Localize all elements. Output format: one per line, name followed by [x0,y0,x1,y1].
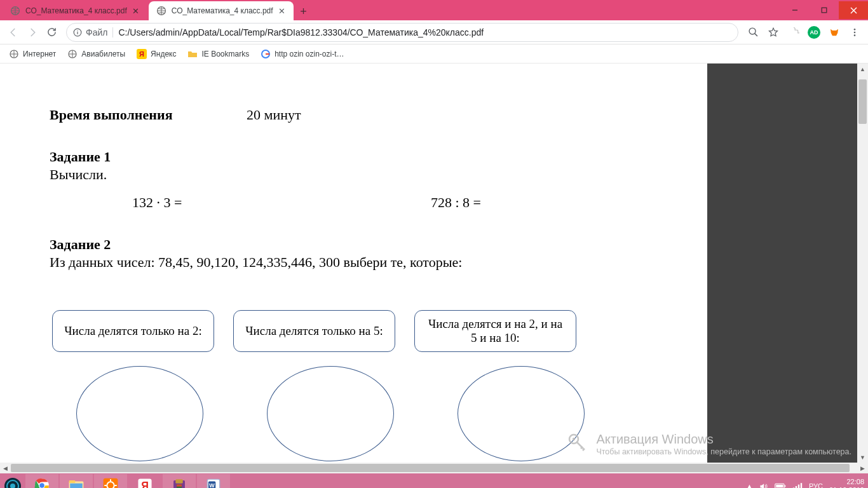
close-icon[interactable]: ✕ [131,6,141,16]
bookmark-yandex[interactable]: Я Яндекс [137,49,176,59]
bookmark-label: Яндекс [151,50,176,58]
svg-point-8 [77,30,78,30]
bookmark-star-icon[interactable] [764,23,783,42]
bookmark-ie[interactable]: IE Bookmarks [187,49,249,59]
svg-text:Я: Я [141,480,149,488]
expression-b: 728 : 8 = [431,194,481,211]
back-button[interactable] [4,23,23,42]
omnibox-divider [112,27,113,37]
system-tray: ▲ РУС 22:08 01.10.2019 [747,478,868,488]
svg-rect-47 [776,485,783,488]
scroll-left-arrow-icon[interactable]: ◀ [0,463,11,473]
extension-icon[interactable] [784,23,803,42]
clock[interactable]: 22:08 01.10.2019 [829,478,864,488]
globe-icon [9,49,19,59]
file-chip-label: Файл [86,27,107,37]
svg-text:Я: Я [139,50,144,58]
task-settings[interactable] [94,474,127,488]
scroll-down-arrow-icon[interactable]: ▼ [857,452,868,463]
globe-icon [67,49,78,59]
google-icon [261,49,271,59]
h-scroll-thumb[interactable] [11,464,850,472]
scroll-right-arrow-icon[interactable]: ▶ [857,463,868,473]
task2-text: Из данных чисел: 78,45, 90,120, 124,335,… [50,254,635,271]
task1-text: Вычисли. [50,166,635,183]
pdf-sidebar-dark: ▲ ▼ [707,64,868,463]
address-text: C:/Users/admin/AppData/Local/Temp/Rar$DI… [118,27,731,37]
task-word[interactable]: W [197,474,230,488]
svg-rect-39 [175,479,182,484]
minimize-button[interactable] [780,1,810,19]
svg-rect-50 [798,485,799,488]
bookmark-ozin[interactable]: http ozin ozin-ozi-t… [261,49,344,59]
time-value: 20 минут [247,107,301,123]
tab-title: СО_Математика_4 класс.pdf [172,6,273,15]
zoom-icon[interactable] [743,23,763,42]
box-div2: Числа делятся только на 2: [52,310,214,352]
tray-overflow-icon[interactable]: ▲ [747,483,752,488]
forward-button[interactable] [23,23,42,42]
battery-icon[interactable] [775,482,786,488]
oval-3 [458,366,585,461]
bookmark-flights[interactable]: Авиабилеты [67,49,125,59]
svg-rect-46 [785,485,786,487]
svg-rect-3 [822,8,827,13]
oval-2 [267,366,394,461]
box-div5: Числа делятся только на 5: [233,310,395,352]
task-chrome[interactable] [25,474,58,488]
box-div2-5-10: Числа делятся и на 2, и на 5 и на 10: [414,310,576,352]
new-tab-button[interactable]: + [295,3,313,20]
reload-button[interactable] [42,23,61,42]
volume-icon[interactable] [759,482,768,489]
extension-fox-icon[interactable] [825,23,844,42]
task2-title: Задание 2 [50,236,635,253]
scroll-thumb[interactable] [858,79,867,124]
ad-badge-label: AD [808,26,820,39]
oval-1 [76,366,203,461]
answer-ovals [76,366,635,461]
svg-point-13 [854,34,856,36]
bookmark-label: http ozin ozin-ozi-t… [275,50,344,58]
expression-a: 132 · 3 = [132,194,431,211]
bookmark-internet[interactable]: Интернет [9,49,56,59]
tab-strip: СО_Математика_4 класс.pdf ✕ СО_Математик… [0,0,868,20]
browser-toolbar: Файл C:/Users/admin/AppData/Local/Temp/R… [0,20,868,44]
bookmark-label: IE Bookmarks [201,50,249,58]
folder-icon [187,49,198,59]
wifi-icon[interactable] [792,482,803,488]
task-yandex[interactable]: Я [128,474,161,488]
bookmarks-bar: Интернет Авиабилеты Я Яндекс IE Bookmark… [0,44,868,64]
maximize-button[interactable] [810,1,839,19]
window-controls [780,1,868,20]
profile-badge[interactable]: AD [804,23,824,42]
svg-text:W: W [209,482,215,488]
site-info-icon[interactable] [73,28,82,37]
pdf-page: навыков Применение Время выполнения 20 м… [0,64,707,463]
tab-active[interactable]: СО_Математика_4 класс.pdf ✕ [149,1,294,20]
task-winrar[interactable] [163,474,196,488]
menu-icon[interactable] [845,23,864,42]
globe-icon [156,6,166,16]
clock-time: 22:08 [829,478,864,486]
scroll-up-arrow-icon[interactable]: ▲ [857,64,868,74]
start-button[interactable] [0,473,25,488]
bookmark-label: Интернет [23,50,56,58]
vertical-scrollbar[interactable]: ▲ ▼ [857,64,868,463]
task-explorer[interactable] [60,474,93,488]
close-icon[interactable]: ✕ [277,6,287,16]
bookmark-label: Авиабилеты [81,50,125,58]
tab-title: СО_Математика_4 класс.pdf [25,6,127,15]
svg-rect-28 [69,480,76,483]
svg-point-12 [854,31,856,33]
svg-rect-29 [70,484,83,488]
language-indicator[interactable]: РУС [809,482,823,488]
svg-rect-41 [177,484,182,486]
close-window-button[interactable] [839,1,868,19]
tab-inactive[interactable]: СО_Математика_4 класс.pdf ✕ [3,1,147,20]
svg-point-11 [854,29,856,30]
svg-point-9 [749,28,756,34]
address-bar[interactable]: Файл C:/Users/admin/AppData/Local/Temp/R… [66,23,738,42]
horizontal-scrollbar[interactable]: ◀ ▶ [0,463,868,473]
svg-line-10 [754,34,757,36]
globe-icon [10,6,20,16]
